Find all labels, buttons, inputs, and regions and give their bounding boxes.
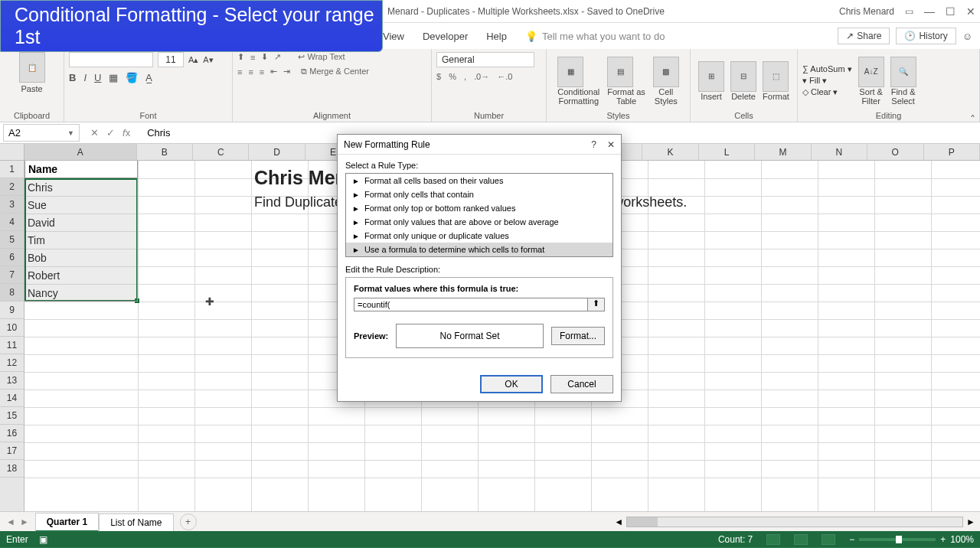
select-all-corner[interactable] bbox=[0, 144, 24, 160]
cancel-formula-icon[interactable]: ✕ bbox=[90, 127, 99, 139]
align-right-icon[interactable]: ≡ bbox=[260, 67, 264, 77]
increase-font-icon[interactable]: A▴ bbox=[188, 55, 198, 65]
collapse-ribbon-icon[interactable]: ˄ bbox=[970, 113, 975, 126]
find-select-button[interactable]: Find & Select bbox=[890, 87, 916, 106]
macro-record-icon[interactable]: ▣ bbox=[39, 534, 47, 545]
autosum-button[interactable]: ∑ AutoSum ▾ bbox=[802, 64, 852, 74]
orientation-icon[interactable]: ↗ bbox=[274, 52, 281, 62]
col-header-K[interactable]: K bbox=[642, 144, 698, 160]
rule-type-4[interactable]: ►Format only unique or duplicate values bbox=[346, 229, 612, 243]
hscroll-left-icon[interactable]: ◄ bbox=[614, 517, 623, 527]
col-header-O[interactable]: O bbox=[867, 144, 923, 160]
format-icon[interactable]: ⬚ bbox=[763, 61, 789, 92]
border-icon[interactable]: ▦ bbox=[109, 72, 118, 83]
italic-button[interactable]: I bbox=[83, 72, 87, 83]
dialog-close-icon[interactable]: ✕ bbox=[607, 139, 615, 150]
find-select-icon[interactable]: 🔍 bbox=[890, 57, 916, 87]
align-left-icon[interactable]: ≡ bbox=[237, 67, 242, 77]
view-pagelayout-icon[interactable] bbox=[794, 534, 808, 545]
conditional-formatting-icon[interactable]: ▦ bbox=[557, 57, 583, 87]
ok-button[interactable]: OK bbox=[480, 375, 543, 393]
row-header-1[interactable]: 1 bbox=[0, 161, 24, 178]
col-header-P[interactable]: P bbox=[924, 144, 980, 160]
tab-view[interactable]: View bbox=[383, 31, 404, 42]
row-header-18[interactable]: 18 bbox=[0, 460, 24, 478]
new-sheet-button[interactable]: + bbox=[180, 514, 197, 530]
share-button[interactable]: ↗ Share bbox=[838, 28, 890, 44]
col-header-L[interactable]: L bbox=[699, 144, 755, 160]
col-header-M[interactable]: M bbox=[755, 144, 811, 160]
merge-center-button[interactable]: ⧉ Merge & Center bbox=[301, 67, 369, 77]
row-header-6[interactable]: 6 bbox=[0, 249, 24, 266]
row-header-13[interactable]: 13 bbox=[0, 372, 24, 390]
zoom-in-icon[interactable]: + bbox=[940, 534, 946, 545]
underline-button[interactable]: U bbox=[94, 72, 101, 83]
increase-indent-icon[interactable]: ⇥ bbox=[283, 67, 290, 77]
format-button[interactable]: Format bbox=[763, 92, 789, 101]
sort-filter-icon[interactable]: A↓Z bbox=[858, 57, 884, 87]
cell-a8[interactable]: Nancy bbox=[24, 284, 138, 302]
conditional-formatting-button[interactable]: Conditional Formatting bbox=[557, 87, 599, 106]
fx-icon[interactable]: fx bbox=[122, 127, 130, 139]
decrease-indent-icon[interactable]: ⇤ bbox=[270, 67, 277, 77]
decrease-decimal-icon[interactable]: ←.0 bbox=[497, 72, 512, 81]
row-header-10[interactable]: 10 bbox=[0, 319, 24, 337]
insert-button[interactable]: Insert bbox=[698, 92, 724, 101]
decrease-font-icon[interactable]: A▾ bbox=[203, 55, 213, 65]
sheet-next-icon[interactable]: ► bbox=[20, 517, 29, 527]
currency-icon[interactable]: $ bbox=[436, 72, 441, 81]
view-normal-icon[interactable] bbox=[766, 534, 780, 545]
paste-icon[interactable]: 📋 bbox=[19, 52, 45, 83]
font-size-select[interactable]: 11 bbox=[158, 52, 184, 67]
cell-a3[interactable]: Sue bbox=[24, 196, 138, 214]
format-as-table-icon[interactable]: ▤ bbox=[607, 57, 633, 87]
close-icon[interactable]: ✕ bbox=[966, 5, 975, 18]
align-center-icon[interactable]: ≡ bbox=[248, 67, 253, 77]
sheet-tab-listofname[interactable]: List of Name bbox=[99, 514, 173, 531]
zoom-slider[interactable] bbox=[859, 538, 936, 541]
dialog-help-icon[interactable]: ? bbox=[591, 139, 596, 150]
row-header-2[interactable]: 2 bbox=[0, 178, 24, 196]
cell-a4[interactable]: David bbox=[24, 214, 138, 231]
rule-type-list[interactable]: ►Format all cells based on their values►… bbox=[345, 173, 613, 257]
row-header-7[interactable]: 7 bbox=[0, 266, 24, 284]
rule-type-3[interactable]: ►Format only values that are above or be… bbox=[346, 215, 612, 229]
maximize-icon[interactable]: ☐ bbox=[946, 5, 956, 18]
cell-a6[interactable]: Bob bbox=[24, 249, 138, 266]
comma-icon[interactable]: , bbox=[464, 72, 466, 81]
font-name-select[interactable] bbox=[69, 52, 153, 67]
view-pagebreak-icon[interactable] bbox=[822, 534, 835, 545]
tab-help[interactable]: Help bbox=[486, 31, 507, 42]
bold-button[interactable]: B bbox=[69, 72, 76, 83]
hscrollbar[interactable] bbox=[626, 517, 963, 527]
zoom-out-icon[interactable]: − bbox=[849, 534, 854, 545]
collapse-dialog-icon[interactable]: ⬆ bbox=[588, 298, 605, 311]
align-bottom-icon[interactable]: ⬇ bbox=[261, 52, 268, 62]
row-header-5[interactable]: 5 bbox=[0, 231, 24, 249]
history-button[interactable]: 🕑 History bbox=[896, 28, 956, 44]
tell-me-search[interactable]: 💡 Tell me what you want to do bbox=[525, 31, 665, 42]
number-format-select[interactable]: General bbox=[436, 52, 534, 67]
fill-color-icon[interactable]: 🪣 bbox=[126, 72, 138, 83]
increase-decimal-icon[interactable]: .0→ bbox=[474, 72, 489, 81]
row-header-11[interactable]: 11 bbox=[0, 337, 24, 354]
fill-button[interactable]: ▾ Fill ▾ bbox=[802, 76, 852, 86]
row-header-9[interactable]: 9 bbox=[0, 302, 24, 319]
clear-button[interactable]: ◇ Clear ▾ bbox=[802, 87, 852, 97]
delete-icon[interactable]: ⊟ bbox=[730, 61, 756, 92]
format-as-table-button[interactable]: Format as Table bbox=[607, 87, 645, 106]
rule-type-2[interactable]: ►Format only top or bottom ranked values bbox=[346, 201, 612, 215]
row-header-17[interactable]: 17 bbox=[0, 442, 24, 460]
row-header-14[interactable]: 14 bbox=[0, 390, 24, 407]
align-middle-icon[interactable]: ≡ bbox=[250, 53, 255, 62]
sheet-prev-icon[interactable]: ◄ bbox=[6, 517, 15, 527]
minimize-icon[interactable]: — bbox=[924, 5, 935, 18]
cell-header-name[interactable]: Name bbox=[24, 161, 138, 178]
cell-styles-button[interactable]: Cell Styles bbox=[653, 87, 679, 106]
sort-filter-button[interactable]: Sort & Filter bbox=[858, 87, 884, 106]
tab-developer[interactable]: Developer bbox=[423, 31, 468, 42]
font-color-icon[interactable]: A̲ bbox=[145, 72, 152, 83]
zoom-level[interactable]: 100% bbox=[950, 534, 974, 545]
rule-type-0[interactable]: ►Format all cells based on their values bbox=[346, 174, 612, 187]
paste-button[interactable]: Paste bbox=[21, 84, 42, 93]
